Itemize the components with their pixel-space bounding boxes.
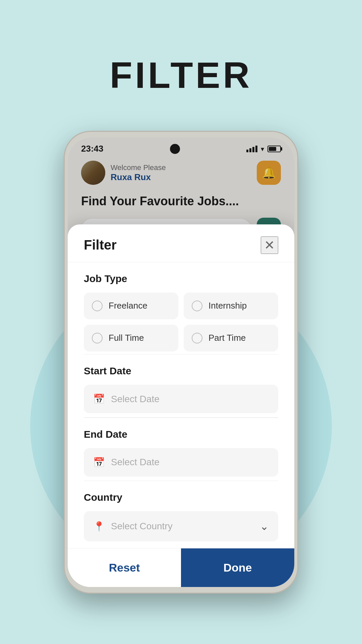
radio-fulltime (92, 333, 103, 343)
start-date-field[interactable]: 📅 Select Date (84, 385, 278, 413)
reset-button[interactable]: Reset (68, 548, 181, 587)
divider-1 (84, 354, 278, 355)
end-date-placeholder: Select Date (111, 457, 160, 468)
job-type-parttime[interactable]: Part Time (184, 325, 278, 352)
calendar-start-icon: 📅 (93, 393, 105, 405)
phone-frame: 23:43 ▾ (64, 131, 298, 594)
job-type-freelance-label: Freelance (109, 301, 147, 311)
job-type-internship[interactable]: Internship (184, 292, 278, 319)
job-type-fulltime[interactable]: Full Time (84, 325, 178, 352)
job-type-fulltime-label: Full Time (109, 333, 144, 343)
calendar-end-icon: 📅 (93, 457, 105, 468)
job-type-grid: Freelance Internship Full Time (84, 292, 278, 352)
page-title: FILTER (110, 54, 252, 96)
end-date-field[interactable]: 📅 Select Date (84, 448, 278, 477)
start-date-placeholder: Select Date (111, 394, 160, 405)
job-type-section-title: Job Type (84, 273, 278, 284)
job-type-parttime-label: Part Time (208, 333, 246, 343)
filter-title: Filter (84, 237, 117, 253)
filter-footer: Reset Done (68, 548, 294, 587)
done-button[interactable]: Done (181, 548, 294, 587)
filter-body: Job Type Freelance Internship (68, 262, 294, 546)
radio-parttime (192, 333, 202, 343)
chevron-down-icon: ⌄ (260, 520, 269, 533)
radio-freelance (92, 301, 103, 311)
divider-2 (84, 417, 278, 418)
job-type-freelance[interactable]: Freelance (84, 292, 178, 319)
country-section-title: Country (84, 492, 278, 503)
close-button[interactable]: ✕ (261, 236, 278, 254)
start-date-section-title: Start Date (84, 365, 278, 377)
phone-screen: 23:43 ▾ (68, 138, 294, 587)
country-field[interactable]: 📍 Select Country ⌄ (84, 511, 278, 541)
location-icon: 📍 (93, 521, 105, 532)
job-type-internship-label: Internship (208, 301, 247, 311)
country-placeholder: Select Country (111, 521, 254, 532)
divider-3 (84, 481, 278, 481)
filter-header: Filter ✕ (68, 224, 294, 262)
end-date-section-title: End Date (84, 429, 278, 440)
radio-internship (192, 301, 202, 311)
filter-sheet: Filter ✕ Job Type Freelance (68, 224, 294, 587)
